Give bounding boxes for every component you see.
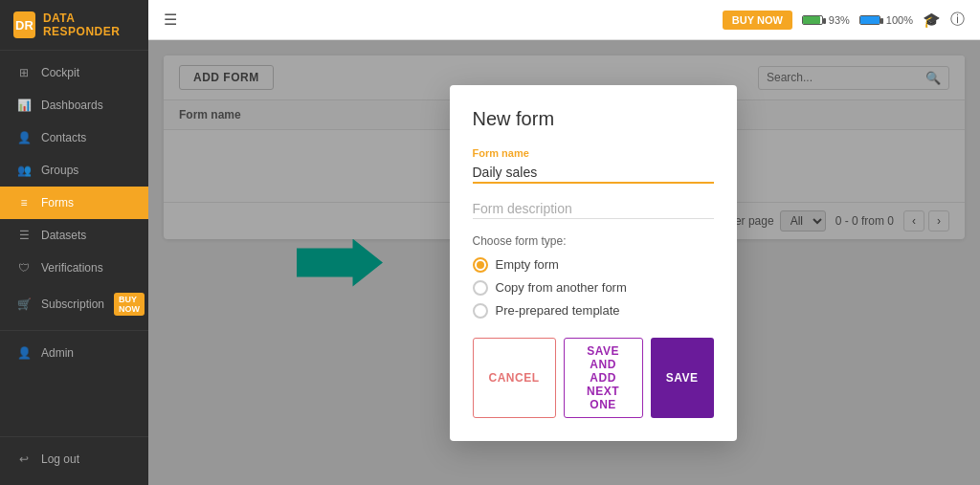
radio-empty-form[interactable]: Empty form bbox=[473, 257, 714, 273]
sidebar-nav: ⊞ Cockpit 📊 Dashboards 👤 Contacts 👥 Grou… bbox=[0, 51, 148, 430]
datasets-icon: ☰ bbox=[16, 228, 32, 243]
subscription-icon: 🛒 bbox=[16, 297, 32, 312]
power-percent: 100% bbox=[886, 14, 913, 26]
form-description-input[interactable] bbox=[473, 199, 714, 219]
logo-icon: DR bbox=[13, 11, 35, 38]
battery-percent: 93% bbox=[829, 14, 850, 26]
verifications-icon: 🛡 bbox=[16, 260, 32, 276]
sidebar-item-dashboards[interactable]: 📊 Dashboards bbox=[0, 89, 148, 121]
battery-info: 93% bbox=[802, 14, 850, 26]
logout-icon: ↩ bbox=[16, 452, 32, 467]
radio-template-form[interactable]: Pre-prepared template bbox=[473, 303, 714, 319]
choose-type-label: Choose form type: bbox=[473, 234, 714, 248]
form-name-field: Form name bbox=[473, 147, 714, 184]
sidebar-item-groups[interactable]: 👥 Groups bbox=[0, 154, 148, 187]
sidebar-item-admin[interactable]: 👤 Admin bbox=[0, 337, 148, 369]
sidebar-item-label: Log out bbox=[41, 452, 79, 466]
form-description-field bbox=[473, 199, 714, 219]
contacts-icon: 👤 bbox=[16, 130, 32, 145]
sidebar-item-forms[interactable]: ≡ Forms bbox=[0, 187, 148, 219]
buy-now-button[interactable]: BUY NOW bbox=[723, 11, 792, 30]
sidebar-item-label: Dashboards bbox=[41, 99, 103, 112]
form-name-label: Form name bbox=[473, 147, 714, 159]
modal-footer: CANCEL SAVE AND ADD NEXT ONE SAVE bbox=[473, 338, 714, 418]
sidebar-item-subscription[interactable]: 🛒 Subscription BUY NOW bbox=[0, 284, 148, 324]
sidebar-item-contacts[interactable]: 👤 Contacts bbox=[0, 121, 148, 154]
radio-template-btn[interactable] bbox=[473, 303, 488, 319]
sidebar-item-label: Subscription bbox=[41, 298, 104, 311]
logo-area: DR DATA RESPONDER bbox=[0, 0, 148, 51]
main-content: ☰ BUY NOW 93% 100% 🎓 ⓘ ADD FORM bbox=[148, 0, 980, 485]
graduation-icon[interactable]: 🎓 bbox=[923, 11, 941, 29]
sidebar-item-label: Cockpit bbox=[41, 66, 79, 79]
sidebar: DR DATA RESPONDER ⊞ Cockpit 📊 Dashboards… bbox=[0, 0, 148, 485]
sidebar-item-verifications[interactable]: 🛡 Verifications bbox=[0, 252, 148, 284]
topbar-left: ☰ bbox=[164, 11, 177, 29]
radio-template-label: Pre-prepared template bbox=[496, 303, 620, 318]
sidebar-item-label: Groups bbox=[41, 164, 78, 177]
help-icon[interactable]: ⓘ bbox=[950, 11, 965, 29]
power-bar bbox=[859, 15, 880, 25]
save-button[interactable]: SAVE bbox=[651, 338, 714, 418]
sidebar-item-cockpit[interactable]: ⊞ Cockpit bbox=[0, 56, 148, 89]
logo-text: DATA RESPONDER bbox=[43, 11, 135, 38]
sidebar-item-label: Admin bbox=[41, 346, 74, 360]
groups-icon: 👥 bbox=[16, 163, 32, 178]
sidebar-bottom: ↩ Log out bbox=[0, 430, 148, 485]
radio-copy-form[interactable]: Copy from another form bbox=[473, 280, 714, 296]
sidebar-item-label: Verifications bbox=[41, 261, 103, 275]
new-form-modal: New form Form name Choose form type: Emp… bbox=[450, 85, 737, 441]
save-and-next-button[interactable]: SAVE AND ADD NEXT ONE bbox=[564, 338, 643, 418]
modal-overlay: New form Form name Choose form type: Emp… bbox=[148, 40, 980, 485]
forms-icon: ≡ bbox=[16, 195, 32, 210]
form-type-field: Choose form type: Empty form Copy from a… bbox=[473, 234, 714, 319]
sidebar-item-label: Forms bbox=[41, 196, 74, 209]
admin-icon: 👤 bbox=[16, 345, 32, 361]
sidebar-item-datasets[interactable]: ☰ Datasets bbox=[0, 219, 148, 252]
radio-copy-label: Copy from another form bbox=[496, 280, 627, 295]
dashboards-icon: 📊 bbox=[16, 98, 32, 113]
subscription-badge: BUY NOW bbox=[114, 293, 145, 316]
topbar: ☰ BUY NOW 93% 100% 🎓 ⓘ bbox=[148, 0, 980, 40]
battery-bar bbox=[802, 15, 823, 25]
power-info: 100% bbox=[859, 14, 913, 26]
sidebar-item-label: Contacts bbox=[41, 131, 86, 144]
menu-icon[interactable]: ☰ bbox=[164, 11, 177, 29]
sidebar-item-logout[interactable]: ↩ Log out bbox=[0, 443, 148, 475]
radio-copy-btn[interactable] bbox=[473, 280, 488, 296]
nav-divider-bottom bbox=[0, 436, 148, 437]
topbar-right: BUY NOW 93% 100% 🎓 ⓘ bbox=[723, 11, 965, 30]
modal-title: New form bbox=[473, 108, 714, 130]
cockpit-icon: ⊞ bbox=[16, 65, 32, 80]
radio-empty-label: Empty form bbox=[496, 257, 559, 272]
radio-empty-btn[interactable] bbox=[473, 257, 488, 273]
cancel-button[interactable]: CANCEL bbox=[473, 338, 556, 418]
nav-divider bbox=[0, 330, 148, 331]
form-name-input[interactable] bbox=[473, 163, 714, 184]
sidebar-item-label: Datasets bbox=[41, 229, 86, 242]
content-area: ADD FORM 🔍 Form name Description No data… bbox=[148, 40, 980, 485]
